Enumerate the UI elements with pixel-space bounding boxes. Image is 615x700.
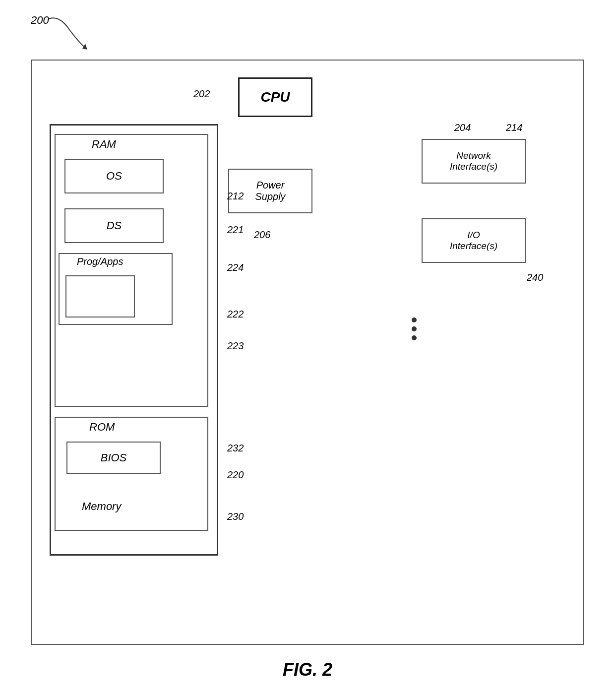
ds-box: DS <box>64 208 164 243</box>
bios-box: BIOS <box>66 442 161 474</box>
ref-206: 206 <box>254 229 270 241</box>
page: 200 CPU 202 PowerSupply 206 NetworkInter… <box>0 0 615 700</box>
rom-box <box>55 417 208 531</box>
ref-224: 224 <box>227 262 244 273</box>
ref-202: 202 <box>193 88 210 100</box>
memory-label: Memory <box>82 500 121 513</box>
ref-222: 222 <box>227 309 244 320</box>
dot-1 <box>412 318 417 322</box>
figure-number-label: 200 <box>31 14 49 27</box>
cpu-label: CPU <box>260 89 290 105</box>
bios-label: BIOS <box>101 451 127 464</box>
os-label: OS <box>106 170 122 183</box>
prog-apps-label: Prog/Apps <box>77 256 123 267</box>
ref-221: 221 <box>227 224 244 236</box>
figure-caption: FIG. 2 <box>283 659 332 680</box>
ref-240: 240 <box>527 272 543 283</box>
ref-214: 214 <box>506 122 522 133</box>
ref-204: 204 <box>454 122 471 133</box>
ram-label: RAM <box>92 138 116 151</box>
power-supply-label: PowerSupply <box>255 180 285 202</box>
ref-212: 212 <box>227 191 244 202</box>
network-interface-label: NetworkInterface(s) <box>450 150 497 172</box>
io-interface-label: I/OInterface(s) <box>450 230 497 252</box>
rom-label: ROM <box>89 421 115 434</box>
prog-inner-box <box>65 275 135 318</box>
network-interface-box: NetworkInterface(s) <box>422 139 526 184</box>
cpu-box: CPU <box>238 77 312 117</box>
io-interface-box: I/OInterface(s) <box>422 218 526 263</box>
ref-223: 223 <box>227 340 244 352</box>
ref-220: 220 <box>227 469 244 481</box>
dot-2 <box>412 326 417 331</box>
dot-3 <box>412 335 417 340</box>
ref-230: 230 <box>227 511 244 522</box>
os-box: OS <box>64 159 164 193</box>
ds-label: DS <box>107 219 122 232</box>
svg-marker-0 <box>82 44 87 50</box>
ref-232: 232 <box>227 443 244 454</box>
continuation-dots <box>412 318 417 340</box>
